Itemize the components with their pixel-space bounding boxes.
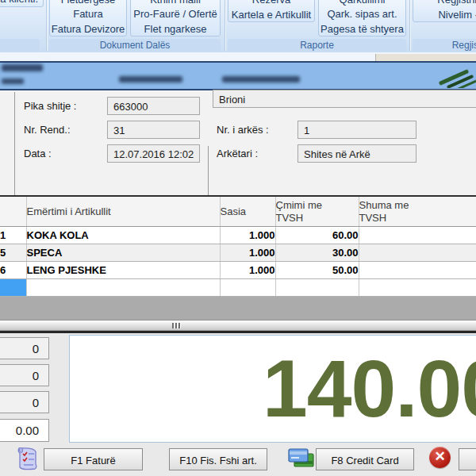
window-strip-box (375, 54, 476, 61)
ribbon-item-nga-klienti[interactable]: ga klienti. (0, 0, 44, 7)
pika-shitje-name-field[interactable]: Brioni (213, 90, 476, 108)
counter-field-3[interactable]: 0 (0, 391, 49, 413)
blurred-text (2, 79, 24, 84)
horizontal-splitter[interactable] (0, 320, 476, 331)
pos-window: ga klienti. Fletdërgesë Fatura Fatura De… (0, 0, 476, 476)
row-number-cell[interactable]: 5 (0, 244, 26, 262)
ribbon-item-fatura[interactable]: Fatura (50, 6, 126, 21)
nr-arkes-field[interactable]: 1 (298, 121, 416, 139)
ribbon-group-label-dokument-dales: Dokument Dalës (49, 39, 221, 52)
item-qty-cell[interactable]: 1.000 (220, 227, 275, 244)
item-price-cell[interactable] (275, 279, 359, 297)
data-field[interactable]: 12.07.2016 12:02 (107, 144, 200, 163)
f10-fshi-artikull-button[interactable]: F10 Fis. Fshi art. (169, 448, 267, 470)
blurred-text (119, 76, 182, 83)
ribbon-item-pagesa-te-shtyera[interactable]: Pagesa të shtyera (319, 21, 405, 36)
ribbon-item-qark-sipas-art[interactable]: Qark. sipas art. (319, 6, 405, 21)
ribbon-item-kartela-artikullit[interactable]: Kartela e Artikullit (228, 7, 314, 22)
ribbon-item-fletdergese[interactable]: Fletdërgesë (50, 0, 126, 6)
titlebar-redacted (0, 61, 476, 90)
ribbon-item-rezerva[interactable]: Rezerva (228, 0, 314, 7)
ribbon-item-fatura-devizore[interactable]: Fatura Devizore (50, 21, 126, 36)
panel-border (208, 146, 209, 195)
item-sum-cell[interactable]: 60.00 (359, 227, 476, 244)
item-price-cell[interactable]: 30.00 (275, 244, 359, 262)
ribbon-item-flet-ngarkese[interactable]: Flet ngarkese (131, 21, 220, 36)
table-row[interactable]: 5 SPECA 1.000 30.00 30.00 (0, 244, 476, 262)
table-row[interactable]: 6 LENG PJESHKE 1.000 50.00 50.00 (0, 262, 476, 279)
splitter-grip-icon[interactable] (172, 323, 182, 328)
ribbon-toolbar: ga klienti. Fletdërgesë Fatura Fatura De… (0, 0, 476, 53)
item-price-cell[interactable]: 50.00 (275, 262, 359, 279)
pika-shitje-label: Pika shitje : (24, 97, 76, 115)
ribbon-item-kthim-malli[interactable]: Kthim malli (131, 0, 220, 6)
row-number-cell[interactable]: 1 (0, 227, 26, 244)
nr-arkes-label: Nr. i arkës : (217, 121, 269, 139)
item-name-cell[interactable]: LENG PJESHKE (26, 262, 220, 279)
counter-field-1[interactable]: 0 (0, 337, 49, 359)
item-name-cell[interactable] (26, 279, 220, 297)
item-qty-cell[interactable] (220, 279, 275, 297)
row-number-cell[interactable]: 6 (0, 262, 26, 279)
item-sum-cell[interactable]: 30.00 (359, 244, 476, 262)
item-sum-cell[interactable]: 50.00 (359, 262, 476, 279)
invoice-header-panel: Pika shitje : 663000 Brioni Nr. Rend.: 3… (0, 90, 476, 195)
ribbon-group-label-regjistr: Regjistr (413, 39, 476, 52)
selected-row-indicator[interactable] (0, 279, 26, 297)
pika-shitje-code-field[interactable]: 663000 (107, 97, 200, 115)
column-header-qty[interactable]: Sasia (220, 197, 275, 227)
ribbon-column-dales-2: Kthim malli Pro-Faurë / Ofertë Flet ngar… (130, 0, 221, 36)
ribbon-column-regjistr-1: Regjistrim Ko Nivelim - Ndr (413, 0, 476, 22)
blurred-text (2, 64, 43, 71)
counter-field-2[interactable]: 0 (0, 364, 49, 386)
grand-total-value: 140.00 (70, 343, 476, 436)
company-logo (435, 67, 476, 88)
item-price-cell[interactable]: 60.00 (275, 227, 359, 244)
payment-panel: 0 0 0 0.00 140.00 F1 Faturë F10 Fis. Fsh… (0, 333, 476, 476)
ribbon-column-raporte-2: Qarkullimi Qark. sipas art. Pagesa të sh… (318, 0, 406, 36)
f8-credit-card-button[interactable]: F8 Credit Card (316, 448, 414, 470)
column-header-price-text: Çmimi me TVSH (276, 199, 338, 225)
item-name-cell[interactable]: KOKA KOLA (26, 227, 220, 244)
close-icon[interactable]: ✕ (429, 447, 451, 468)
ribbon-group-label-raporte: Raporte (228, 39, 406, 52)
item-qty-cell[interactable]: 1.000 (220, 244, 275, 262)
table-header-row: Emërtimi i Artikullit Sasia Çmimi me TVS… (0, 197, 476, 227)
credit-cards-icon[interactable] (287, 446, 314, 471)
table-row-empty[interactable] (0, 279, 476, 297)
ribbon-column-raporte-1: Rezerva Kartela e Artikullit (228, 0, 315, 22)
blurred-text (222, 76, 300, 83)
column-header-price[interactable]: Çmimi me TVSH (275, 197, 359, 227)
ribbon-item-pro-faure-oferte[interactable]: Pro-Faurë / Ofertë (131, 6, 220, 21)
ribbon-group-separator (409, 0, 410, 51)
ribbon-item-nivelim[interactable]: Nivelim - Ndr (413, 7, 476, 22)
amount-field[interactable]: 0.00 (0, 419, 49, 442)
table-row[interactable]: 1 KOKA KOLA 1.000 60.00 60.00 (0, 227, 476, 244)
nr-rend-label: Nr. Rend.: (24, 121, 71, 139)
items-grid: Emërtimi i Artikullit Sasia Çmimi me TVS… (0, 195, 476, 320)
row-number-header[interactable] (0, 197, 26, 227)
item-name-cell[interactable]: SPECA (26, 244, 220, 262)
f1-fature-button[interactable]: F1 Faturë (44, 448, 143, 470)
partial-right-button[interactable] (459, 448, 476, 470)
arketari-label: Arkëtari : (217, 144, 258, 163)
ribbon-item-qarkullimi[interactable]: Qarkullimi (319, 0, 405, 6)
column-header-sum-text: Shuma me TVSH (359, 199, 421, 225)
item-qty-cell[interactable]: 1.000 (220, 262, 275, 279)
items-table: Emërtimi i Artikullit Sasia Çmimi me TVS… (0, 197, 476, 297)
checklist-icon[interactable] (14, 445, 40, 472)
arketari-field[interactable]: Shites në Arkë (298, 144, 416, 163)
ribbon-group-label-left (0, 39, 40, 52)
data-label: Data : (24, 144, 52, 163)
nr-rend-field[interactable]: 31 (107, 121, 200, 139)
column-header-name[interactable]: Emërtimi i Artikullit (26, 197, 220, 227)
column-header-sum[interactable]: Shuma me TVSH (359, 197, 476, 227)
ribbon-column-dales-1: Fletdërgesë Fatura Fatura Devizore (49, 0, 127, 36)
ribbon-group-separator (46, 0, 47, 51)
ribbon-group-separator (225, 0, 225, 51)
total-display: 140.00 (69, 335, 476, 443)
item-sum-cell[interactable] (359, 279, 476, 297)
ribbon-item-regjistrim[interactable]: Regjistrim Ko (413, 0, 476, 7)
panel-border (14, 92, 15, 195)
